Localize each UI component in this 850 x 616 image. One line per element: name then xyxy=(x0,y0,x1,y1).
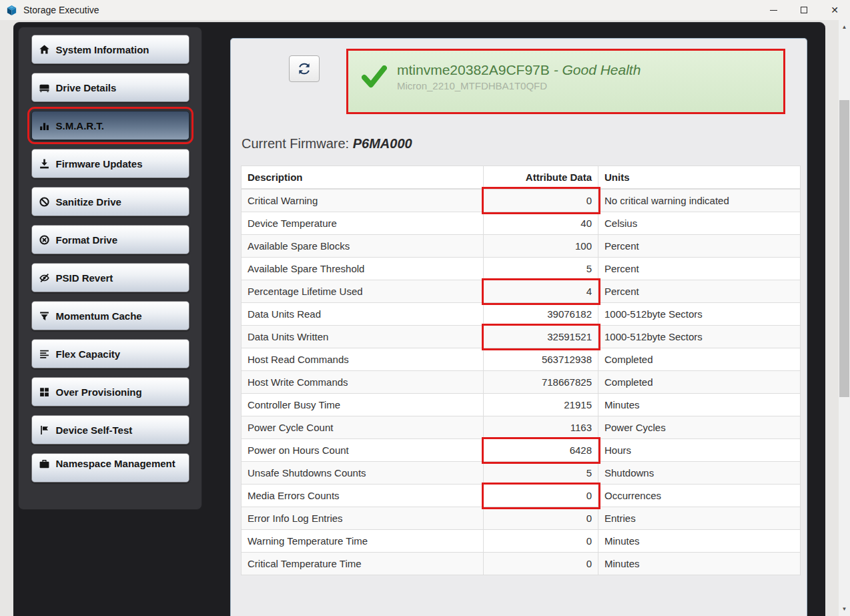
smart-table-wrap: Description Attribute Data Units Critica… xyxy=(241,166,800,575)
minimize-icon xyxy=(770,10,777,11)
cell-description: Host Read Commands xyxy=(242,348,484,371)
app-frame: System InformationDrive DetailsS.M.A.R.T… xyxy=(13,22,825,616)
flag-icon xyxy=(39,424,50,436)
sidebar-item-label: System Information xyxy=(56,44,149,55)
table-row: Available Spare Blocks100Percent xyxy=(242,235,801,258)
sidebar-nav: System InformationDrive DetailsS.M.A.R.T… xyxy=(18,27,202,510)
cell-attribute-data: 39076182 xyxy=(484,303,598,326)
sidebar-item-label: Flex Capacity xyxy=(56,348,121,360)
health-title: mtinvme20382A9CF97B - Good Health xyxy=(397,62,641,78)
cell-units: Percent xyxy=(598,258,801,280)
cell-units: Minutes xyxy=(598,530,801,553)
sidebar-item-flex-capacity[interactable]: Flex Capacity xyxy=(31,339,189,368)
maximize-button[interactable] xyxy=(789,0,819,20)
titlebar: Storage Executive ✕ xyxy=(0,0,850,20)
smart-table: Description Attribute Data Units Critica… xyxy=(241,166,801,575)
scroll-down-arrow-icon[interactable]: ▼ xyxy=(839,603,850,615)
cell-attribute-data: 1163 xyxy=(484,416,598,439)
sidebar-item-sanitize-drive[interactable]: Sanitize Drive xyxy=(31,187,189,216)
scrollbar-thumb[interactable] xyxy=(839,100,849,397)
sidebar-item-label: Firmware Updates xyxy=(56,158,143,170)
scroll-up-arrow-icon[interactable]: ▲ xyxy=(839,21,850,33)
sidebar-item-label: Momentum Cache xyxy=(56,310,142,322)
minimize-button[interactable] xyxy=(758,0,789,20)
sidebar-item-format-drive[interactable]: Format Drive xyxy=(31,225,189,254)
sidebar-item-label: Namespace Management xyxy=(56,458,175,469)
sidebar-item-label: Drive Details xyxy=(56,82,117,93)
bar-chart-icon xyxy=(39,120,50,131)
sidebar-item-label: Over Provisioning xyxy=(56,386,142,398)
table-row: Critical Warning0No critical warning ind… xyxy=(242,189,801,212)
close-button[interactable]: ✕ xyxy=(819,0,850,20)
table-row: Data Units Read390761821000-512byte Sect… xyxy=(242,303,801,326)
sidebar-item-label: Sanitize Drive xyxy=(56,196,121,208)
cell-units: No critical warning indicated xyxy=(598,189,801,212)
cell-units: Completed xyxy=(598,371,801,394)
grid-icon xyxy=(39,386,50,398)
eye-off-icon xyxy=(39,272,50,284)
cell-description: Percentage Lifetime Used xyxy=(242,280,484,303)
cell-units: Minutes xyxy=(598,394,801,416)
cell-units: Celsius xyxy=(598,212,801,235)
home-icon xyxy=(39,44,50,55)
sidebar-item-drive-details[interactable]: Drive Details xyxy=(31,73,189,102)
drive-name: mtinvme20382A9CF97B xyxy=(397,62,550,77)
drive-model: Micron_2210_MTFDHBA1T0QFD xyxy=(397,80,641,91)
title-separator: - xyxy=(550,62,562,77)
sidebar-item-label: PSID Revert xyxy=(56,272,113,284)
ban-icon xyxy=(39,196,50,208)
sidebar-item-over-provisioning[interactable]: Over Provisioning xyxy=(31,377,189,406)
cell-attribute-data: 100 xyxy=(484,235,598,258)
firmware-version: P6MA000 xyxy=(353,136,412,151)
cell-attribute-data: 0 xyxy=(484,189,598,212)
vertical-scrollbar[interactable]: ▲ ▼ xyxy=(839,20,850,616)
table-row: Host Write Commands718667825Completed xyxy=(242,371,801,394)
circle-x-icon xyxy=(39,234,50,246)
table-row: Power Cycle Count1163Power Cycles xyxy=(242,416,801,439)
table-row: Warning Temperature Time0Minutes xyxy=(242,530,801,553)
sidebar-item-s-m-a-r-t[interactable]: S.M.A.R.T. xyxy=(31,111,189,140)
cell-description: Available Spare Threshold xyxy=(242,258,484,280)
cell-attribute-data: 0 xyxy=(484,485,598,507)
cell-attribute-data: 0 xyxy=(484,553,598,575)
cell-description: Power Cycle Count xyxy=(242,416,484,439)
cell-description: Media Errors Counts xyxy=(242,485,484,507)
sidebar-item-firmware-updates[interactable]: Firmware Updates xyxy=(31,149,189,178)
cell-description: Controller Busy Time xyxy=(242,394,484,416)
cell-description: Data Units Read xyxy=(242,303,484,326)
firmware-label: Current Firmware: xyxy=(242,136,349,151)
cell-description: Unsafe Shutdowns Counts xyxy=(242,462,484,485)
sidebar-item-system-information[interactable]: System Information xyxy=(31,35,189,64)
cell-attribute-data: 718667825 xyxy=(484,371,598,394)
drive-icon xyxy=(39,82,50,93)
cell-attribute-data: 4 xyxy=(484,280,598,303)
table-row: Power on Hours Count6428Hours xyxy=(242,439,801,462)
main-panel: mtinvme20382A9CF97B - Good Health Micron… xyxy=(230,38,807,616)
sidebar-item-psid-revert[interactable]: PSID Revert xyxy=(31,263,189,292)
cell-units: Minutes xyxy=(598,553,801,575)
sidebar-item-label: Format Drive xyxy=(56,234,118,246)
sidebar-item-namespace-management[interactable]: Namespace Management xyxy=(31,453,189,483)
cell-description: Available Spare Blocks xyxy=(242,235,484,258)
table-row: Available Spare Threshold5Percent xyxy=(242,258,801,280)
download-icon xyxy=(39,158,50,170)
cell-description: Error Info Log Entries xyxy=(242,507,484,530)
header-attribute-data: Attribute Data xyxy=(484,166,598,190)
cell-description: Device Temperature xyxy=(242,212,484,235)
cell-units: Percent xyxy=(598,235,801,258)
refresh-button[interactable] xyxy=(289,55,320,82)
cell-attribute-data: 32591521 xyxy=(484,326,598,348)
cell-units: Completed xyxy=(598,348,801,371)
cell-attribute-data: 6428 xyxy=(484,439,598,462)
cell-units: Entries xyxy=(598,507,801,530)
health-text-block: mtinvme20382A9CF97B - Good Health Micron… xyxy=(397,62,641,91)
cell-description: Data Units Written xyxy=(242,326,484,348)
table-row: Controller Busy Time21915Minutes xyxy=(242,394,801,416)
sidebar-item-momentum-cache[interactable]: Momentum Cache xyxy=(31,301,189,330)
cell-attribute-data: 21915 xyxy=(484,394,598,416)
sidebar-item-label: S.M.A.R.T. xyxy=(56,120,105,131)
table-header-row: Description Attribute Data Units xyxy=(242,166,801,190)
sidebar-item-device-self-test[interactable]: Device Self-Test xyxy=(31,415,189,444)
table-row: Device Temperature40Celsius xyxy=(242,212,801,235)
table-row: Host Read Commands563712938Completed xyxy=(242,348,801,371)
